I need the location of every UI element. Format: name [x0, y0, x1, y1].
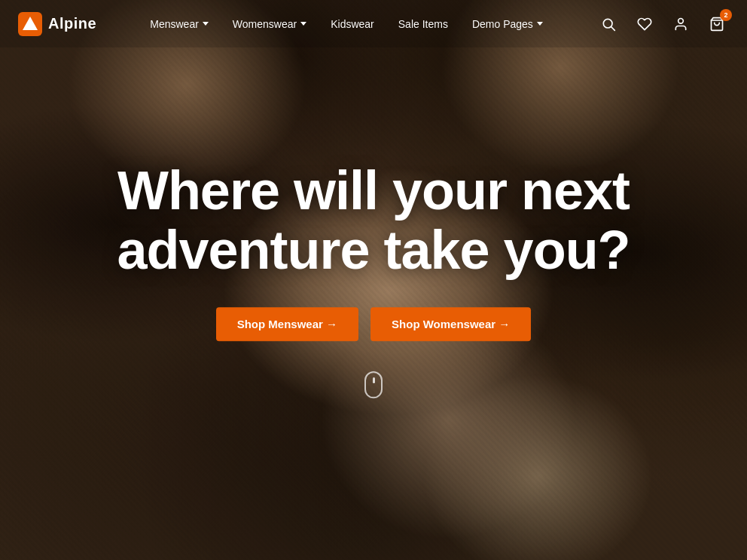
nav-womenswear[interactable]: Womenswear: [222, 12, 317, 36]
shop-womenswear-button[interactable]: Shop Womenswear →: [370, 308, 531, 342]
hero-section: Alpine Menswear Womenswear Kidswear Sale…: [0, 0, 747, 560]
header-icons: 2: [596, 12, 729, 36]
svg-point-4: [678, 18, 684, 23]
logo-link[interactable]: Alpine: [18, 12, 96, 36]
nav-demo-pages[interactable]: Demo Pages: [462, 12, 553, 36]
search-icon: [601, 17, 616, 32]
hero-content: Where will your next adventure take you?…: [72, 161, 675, 398]
nav-sale-items[interactable]: Sale Items: [388, 12, 459, 36]
chevron-down-icon: [537, 22, 543, 26]
hero-cta-buttons: Shop Menswear → Shop Womenswear →: [72, 308, 675, 342]
cart-button[interactable]: 2: [705, 12, 729, 36]
wishlist-button[interactable]: [633, 12, 657, 36]
chevron-down-icon: [300, 22, 306, 26]
brand-name: Alpine: [48, 15, 96, 32]
mouse-scroll-icon: [364, 372, 383, 399]
main-nav: Menswear Womenswear Kidswear Sale Items …: [96, 12, 596, 36]
heart-icon: [637, 17, 652, 32]
chevron-down-icon: [203, 22, 209, 26]
search-button[interactable]: [596, 12, 620, 36]
mouse-wheel: [373, 378, 375, 384]
cart-count-badge: 2: [720, 9, 732, 21]
logo-icon: [18, 12, 42, 36]
svg-line-3: [611, 26, 615, 30]
account-button[interactable]: [669, 12, 693, 36]
nav-kidswear[interactable]: Kidswear: [320, 12, 385, 36]
scroll-indicator: [72, 372, 675, 399]
site-header: Alpine Menswear Womenswear Kidswear Sale…: [0, 0, 747, 47]
user-icon: [673, 17, 688, 32]
hero-title: Where will your next adventure take you?: [72, 161, 675, 280]
nav-menswear[interactable]: Menswear: [139, 12, 219, 36]
shop-menswear-button[interactable]: Shop Menswear →: [216, 308, 358, 342]
